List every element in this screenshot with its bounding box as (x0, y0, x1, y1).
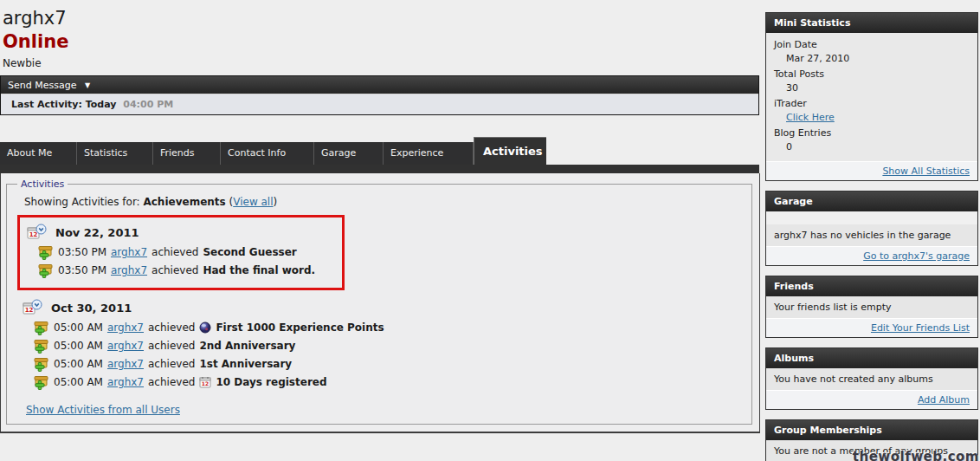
tab-strip (0, 165, 759, 173)
achievement-box-icon (33, 338, 49, 354)
chevron-down-icon: ▼ (85, 81, 90, 89)
user-link[interactable]: arghx7 (107, 340, 144, 352)
friends-title: Friends (766, 276, 977, 296)
calendar-clock-icon: 12 (23, 299, 43, 316)
send-message-label: Send Message (8, 80, 76, 91)
user-link[interactable]: arghx7 (107, 321, 144, 334)
activity-verb: achieved (148, 321, 195, 334)
activity-verb: achieved (148, 358, 195, 370)
activity-time: 05:00 AM (54, 358, 103, 370)
activity-group-oct30: 12 Oct 30, 2011 05:00 AM (23, 299, 743, 390)
show-all-statistics-link[interactable]: Show All Statistics (882, 166, 970, 177)
view-all-link[interactable]: View all (233, 196, 273, 208)
tab-experience[interactable]: Experience (384, 142, 474, 165)
tab-contact-info[interactable]: Contact Info (221, 142, 314, 165)
activity-group-date: Oct 30, 2011 (51, 302, 132, 315)
tab-friends[interactable]: Friends (153, 142, 221, 165)
user-link[interactable]: arghx7 (111, 246, 147, 258)
activity-group-header: 12 Nov 22, 2011 (27, 224, 335, 241)
group-memberships-title: Group Memberships (766, 420, 977, 440)
user-link[interactable]: arghx7 (111, 264, 147, 276)
garage-spacer (766, 211, 977, 224)
activity-time: 03:50 PM (58, 246, 106, 258)
activity-verb: achieved (152, 264, 198, 276)
garage-title: Garage (766, 192, 977, 211)
achievement-name: 2nd Anniversary (199, 340, 295, 352)
tab-activities[interactable]: Activities (474, 137, 546, 165)
showing-prefix: Showing Activities for: (24, 196, 140, 208)
achievement-box-icon (33, 374, 49, 390)
svg-text:12: 12 (25, 307, 34, 314)
activity-entry: 03:50 PM arghx7 achieved Had the final w… (37, 263, 335, 278)
add-album-link[interactable]: Add Album (918, 394, 970, 406)
last-activity-label: Last Activity: Today (11, 99, 116, 110)
activity-group-nov22: 12 Nov 22, 2011 03:50 PM (17, 215, 345, 290)
activities-legend: Activities (17, 179, 68, 190)
activity-group-header: 12 Oct 30, 2011 (23, 299, 743, 316)
send-message-button[interactable]: Send Message ▼ (1, 76, 758, 94)
albums-footer: Add Album (766, 390, 977, 409)
svg-text:12: 12 (29, 231, 38, 238)
site-watermark: thewolfweb.com (853, 449, 979, 461)
activity-group-date: Nov 22, 2011 (55, 226, 139, 239)
stat-label: Blog Entries (774, 127, 970, 139)
activity-verb: achieved (148, 340, 195, 352)
itrader-click-here-link[interactable]: Click Here (786, 112, 835, 123)
sidebar: Mini Statistics Join Date Mar 27, 2010 T… (765, 12, 978, 461)
user-rank: Newbie (3, 57, 68, 69)
calendar-clock-icon: 12 (27, 224, 48, 241)
achievement-box-icon (37, 244, 54, 260)
activity-entry: 05:00 AM arghx7 achieved 2nd Anniversary (33, 338, 743, 354)
user-link[interactable]: arghx7 (107, 358, 144, 370)
tab-about-me[interactable]: About Me (0, 142, 77, 165)
stat-value: Mar 27, 2010 (786, 53, 970, 64)
friends-footer: Edit Your Friends List (766, 318, 977, 337)
online-status: Online (3, 30, 68, 54)
edit-friends-list-link[interactable]: Edit Your Friends List (871, 322, 970, 334)
profile-tabs: About Me Statistics Friends Contact Info… (0, 137, 759, 165)
activity-time: 05:00 AM (54, 340, 103, 352)
tab-statistics[interactable]: Statistics (77, 142, 153, 165)
achievement-name: 1st Anniversary (199, 358, 292, 370)
activity-entry: 05:00 AM arghx7 achieved 12 10 Days regi… (33, 374, 743, 390)
garage-footer: Go to arghx7's garage (766, 246, 977, 265)
svg-text:12: 12 (202, 380, 209, 386)
stat-value: 0 (786, 141, 970, 153)
achievement-box-icon (33, 356, 49, 372)
paren-close: ) (274, 196, 278, 208)
stat-value: 30 (786, 82, 970, 94)
achievement-name: Second Guesser (203, 246, 296, 258)
activities-filter: Achievements (143, 196, 225, 208)
achievement-box-icon (37, 263, 54, 278)
activity-time: 05:00 AM (54, 376, 103, 388)
activity-entry: 03:50 PM arghx7 achieved Second Guesser (37, 244, 335, 260)
globe-icon (199, 321, 211, 334)
albums-panel: Albums You have not created any albums A… (765, 347, 978, 410)
mini-statistics-title: Mini Statistics (766, 13, 977, 33)
mini-statistics-body: Join Date Mar 27, 2010 Total Posts 30 iT… (766, 33, 977, 161)
activity-time: 03:50 PM (58, 264, 106, 276)
show-all-activities-link[interactable]: Show Activities from all Users (26, 404, 180, 416)
activity-verb: achieved (152, 246, 198, 258)
achievement-name: 10 Days registered (216, 376, 326, 388)
stat-label: Total Posts (774, 68, 970, 80)
friends-panel: Friends Your friends list is empty Edit … (765, 276, 978, 338)
achievement-box-icon (33, 320, 49, 335)
user-link[interactable]: arghx7 (107, 376, 144, 388)
profile-username: arghx7 (3, 7, 68, 30)
garage-body: arghx7 has no vehicles in the garage (766, 224, 977, 246)
message-box: Send Message ▼ Last Activity: Today 04:0… (0, 75, 759, 115)
activity-entry: 05:00 AM arghx7 achieved 1st Anniversary (33, 356, 743, 372)
go-to-garage-link[interactable]: Go to arghx7's garage (863, 250, 970, 262)
tab-garage[interactable]: Garage (314, 142, 384, 165)
achievement-name: First 1000 Experience Points (216, 321, 384, 334)
stat-label: Join Date (774, 39, 970, 50)
albums-title: Albums (766, 348, 977, 368)
friends-body: Your friends list is empty (766, 296, 977, 318)
activity-entry: 05:00 AM arghx7 achieved (33, 320, 743, 335)
profile-header: arghx7 Online Newbie (3, 7, 68, 69)
stat-label: iTrader (774, 98, 970, 109)
show-all-activities: Show Activities from all Users (26, 404, 743, 416)
last-activity-time: 04:00 PM (123, 99, 173, 110)
garage-panel: Garage arghx7 has no vehicles in the gar… (765, 191, 978, 266)
